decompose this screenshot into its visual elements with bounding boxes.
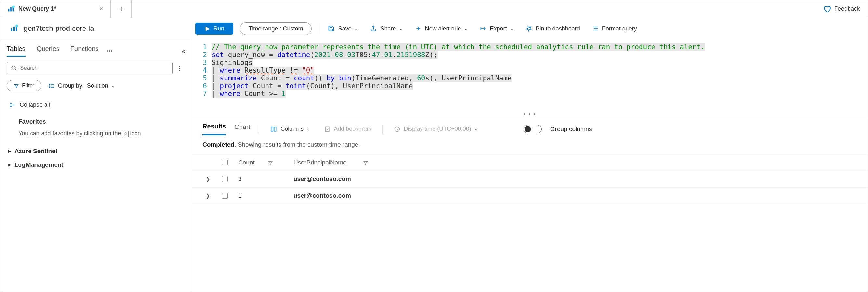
line-number: 5 xyxy=(198,74,212,82)
bookmark-icon xyxy=(324,125,331,132)
svg-rect-4 xyxy=(11,28,12,31)
line-number: 7 xyxy=(198,90,212,98)
filter-icon[interactable] xyxy=(363,159,368,166)
code-text[interactable]: | project Count = toint(Count), UserPrin… xyxy=(212,82,413,90)
line-number: 1 xyxy=(198,43,212,51)
grid-header: Count UserPrincipalName xyxy=(192,154,868,171)
pin-label: Pin to dashboard xyxy=(536,25,580,32)
expand-row-icon[interactable]: ❯ xyxy=(206,177,210,182)
tree-label: LogManagement xyxy=(14,161,63,169)
format-button[interactable]: Format query xyxy=(589,24,640,33)
code-text[interactable]: | where ResultType != "0" xyxy=(212,67,314,74)
svg-rect-28 xyxy=(271,127,273,131)
row-checkbox[interactable] xyxy=(219,176,235,182)
code-text[interactable]: | summarize Count = count() by bin(TimeG… xyxy=(212,74,512,82)
status-text: . Showing results from the custom time r… xyxy=(234,141,360,148)
time-range-button[interactable]: Time range : Custom xyxy=(240,23,312,35)
export-button[interactable]: Export ⌄ xyxy=(477,24,516,33)
query-tab[interactable]: New Query 1* × xyxy=(0,0,111,17)
search-icon xyxy=(11,65,17,71)
tab-functions[interactable]: Functions xyxy=(70,45,99,57)
columns-button[interactable]: Columns ⌄ xyxy=(268,124,313,134)
save-button[interactable]: Save ⌄ xyxy=(325,24,361,33)
toolbar: Run Time range : Custom Save ⌄ Share ⌄ N… xyxy=(192,18,868,39)
export-label: Export xyxy=(490,25,507,32)
cell-upn: user@contoso.com xyxy=(290,192,427,199)
editor-line[interactable]: 1// The query_now parameter represents t… xyxy=(198,43,861,51)
collapse-sidebar-icon[interactable]: « xyxy=(182,47,185,55)
column-upn-header[interactable]: UserPrincipalName xyxy=(290,159,427,166)
tab-title: New Query 1* xyxy=(19,5,56,12)
caret-right-icon: ▶ xyxy=(8,149,11,153)
tab-queries[interactable]: Queries xyxy=(37,45,59,57)
caret-right-icon: ▶ xyxy=(8,162,11,167)
pin-button[interactable]: Pin to dashboard xyxy=(523,24,583,33)
table-row[interactable]: ❯3user@contoso.com xyxy=(192,171,868,187)
editor-line[interactable]: 7| where Count >= 1 xyxy=(198,90,861,98)
tab-results[interactable]: Results xyxy=(203,123,226,135)
svg-point-3 xyxy=(12,5,14,8)
collapse-all-button[interactable]: Collapse all xyxy=(0,97,192,113)
search-field[interactable] xyxy=(20,65,168,71)
code-text[interactable]: SigninLogs xyxy=(212,59,252,67)
tab-tables[interactable]: Tables xyxy=(7,45,26,57)
new-alert-button[interactable]: New alert rule ⌄ xyxy=(412,24,470,33)
add-tab-button[interactable]: + xyxy=(111,0,132,17)
status-strong: Completed xyxy=(203,141,234,148)
expand-row-icon[interactable]: ❯ xyxy=(206,193,210,198)
group-columns-toggle[interactable] xyxy=(524,125,542,133)
feedback-button[interactable]: Feedback xyxy=(815,0,868,17)
clock-icon xyxy=(394,125,400,132)
editor-line[interactable]: 6| project Count = toint(Count), UserPri… xyxy=(198,82,861,90)
tree-item-azure-sentinel[interactable]: ▶ Azure Sentinel xyxy=(0,144,192,158)
svg-marker-19 xyxy=(206,27,210,31)
chevron-down-icon: ⌄ xyxy=(474,126,478,132)
code-text[interactable]: set query_now = datetime(2021-08-03T05:4… xyxy=(212,51,438,59)
editor-line[interactable]: 4| where ResultType != "0" xyxy=(198,67,861,74)
play-icon xyxy=(205,25,210,32)
groupby-label: Group by: xyxy=(58,82,84,89)
share-label: Share xyxy=(380,25,396,32)
cell-count: 3 xyxy=(235,176,290,183)
run-button[interactable]: Run xyxy=(195,23,233,35)
more-icon[interactable]: ••• xyxy=(106,48,114,53)
filter-icon[interactable] xyxy=(268,159,273,166)
close-icon[interactable]: × xyxy=(99,5,103,13)
svg-point-13 xyxy=(49,84,50,85)
column-count-header[interactable]: Count xyxy=(235,159,290,166)
resize-handle-icon[interactable]: • • • xyxy=(192,111,868,117)
select-all-checkbox[interactable] xyxy=(219,160,235,166)
sidebar-tabs: Tables Queries Functions ••• « xyxy=(0,39,192,57)
status-line: Completed. Showing results from the cust… xyxy=(192,135,868,154)
editor-line[interactable]: 2set query_now = datetime(2021-08-03T05:… xyxy=(198,51,861,59)
search-input[interactable] xyxy=(7,62,173,74)
columns-label: Columns xyxy=(280,125,304,132)
save-icon xyxy=(328,25,335,32)
svg-point-8 xyxy=(12,66,15,69)
filter-button[interactable]: Filter xyxy=(7,80,41,91)
display-time-button: Display time (UTC+00:00) ⌄ xyxy=(391,124,480,134)
filter-icon xyxy=(14,82,19,89)
new-alert-label: New alert rule xyxy=(425,25,461,32)
display-time-label: Display time (UTC+00:00) xyxy=(404,125,471,132)
groupby-button[interactable]: Group by: Solution ⌄ xyxy=(49,82,115,89)
code-text[interactable]: | where Count >= 1 xyxy=(212,90,286,98)
tab-chart[interactable]: Chart xyxy=(234,123,250,135)
editor-line[interactable]: 5| summarize Count = count() by bin(Time… xyxy=(198,74,861,82)
workspace-header: gen7tech-prod-core-la xyxy=(0,18,192,39)
editor-line[interactable]: 3SigninLogs xyxy=(198,59,861,67)
cell-upn: user@contoso.com xyxy=(290,176,427,183)
results-tabs: Results Chart Columns ⌄ Add bookmark Dis… xyxy=(192,117,868,135)
chevron-down-icon: ⌄ xyxy=(510,26,514,31)
row-checkbox[interactable] xyxy=(219,193,235,198)
table-row[interactable]: ❯1user@contoso.com xyxy=(192,187,868,204)
star-icon xyxy=(123,131,129,137)
query-editor[interactable]: 1// The query_now parameter represents t… xyxy=(192,39,868,111)
search-options-icon[interactable]: ⋮ xyxy=(177,64,183,72)
line-number: 2 xyxy=(198,51,212,59)
code-text[interactable]: // The query_now parameter represents th… xyxy=(212,43,705,51)
groupby-value: Solution xyxy=(87,82,108,89)
time-range-value: Custom xyxy=(283,25,303,32)
share-button[interactable]: Share ⌄ xyxy=(367,24,405,33)
tree-item-log-management[interactable]: ▶ LogManagement xyxy=(0,158,192,172)
